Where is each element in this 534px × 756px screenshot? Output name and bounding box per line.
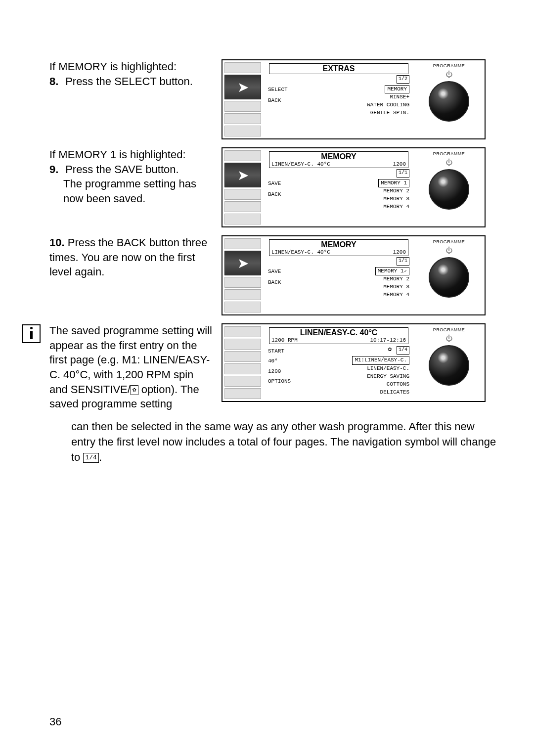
panel2-item-memory1: MEMORY 1: [378, 179, 409, 188]
sensitive-icon: ✿: [387, 345, 394, 355]
panel3-item-memory2: MEMORY 2: [299, 275, 409, 283]
power-icon: ⏻: [445, 246, 452, 254]
panel4-label-1200: 1200: [268, 366, 296, 376]
power-icon: ⏻: [445, 70, 452, 78]
step8-number: 8.: [49, 74, 62, 89]
panel1-item-gentlespin: GENTLE SPIN.: [299, 109, 409, 117]
power-icon: ⏻: [445, 158, 452, 166]
panel4-label-options: OPTIONS: [268, 376, 296, 386]
sensitive-icon: ✿: [131, 385, 138, 395]
panel2-title: MEMORY: [321, 152, 356, 161]
panel4-item-cottons: COTTONS: [299, 381, 409, 389]
panel1-item-memory: MEMORY: [385, 85, 409, 94]
programme-knob: [429, 257, 469, 298]
programme-label: PROGRAMME: [433, 63, 465, 68]
panel4-item-linen: LINEN/EASY-C.: [299, 365, 409, 373]
panel1-title: EXTRAS: [269, 63, 408, 74]
panel2-back-label: BACK: [268, 189, 296, 200]
programme-knob: [429, 345, 469, 386]
panel4-subright: 10:17-12:16: [370, 337, 406, 343]
nav-change-icon: 1/4: [83, 453, 98, 463]
panel2-subright: 1200: [393, 161, 406, 167]
panel3-subleft: LINEN/EASY-C. 40°C: [271, 249, 330, 255]
panel2-subleft: LINEN/EASY-C. 40°C: [271, 161, 330, 167]
panel2-save-label: SAVE: [268, 178, 296, 189]
arrow-icon: ➤: [237, 167, 249, 183]
panel3-item-memory1: MEMORY 1: [375, 267, 409, 276]
panel-extras: ➤ EXTRAS SELECT BACK 1/2 MEMORY: [222, 59, 486, 139]
step8-intro: If MEMORY is highlighted:: [49, 59, 213, 74]
step9-number: 9.: [49, 162, 62, 177]
panel3-item-memory3: MEMORY 3: [299, 283, 409, 291]
panel1-item-rinse: RINSE+: [299, 93, 409, 101]
nav-badge-icon: 1/1: [397, 257, 409, 266]
panel3-save-label: SAVE: [268, 266, 296, 277]
programme-label: PROGRAMME: [433, 327, 465, 332]
step10-number: 10.: [49, 235, 65, 250]
programme-label: PROGRAMME: [433, 151, 465, 156]
panel1-back-label: BACK: [268, 95, 296, 106]
step10-text: Press the BACK button three times. You a…: [49, 236, 207, 278]
page-number: 36: [49, 715, 61, 728]
panel3-back-label: BACK: [268, 277, 296, 288]
panel-first-level: LINEN/EASY-C. 40°C 1200 RPM 10:17-12:16 …: [222, 323, 486, 402]
panel4-label-start: START: [268, 346, 296, 356]
step9-intro: If MEMORY 1 is highlighted:: [49, 147, 213, 162]
nav-badge-icon: 1/4: [397, 346, 409, 355]
panel3-subright: 1200: [393, 249, 406, 255]
panel1-select-label: SELECT: [268, 84, 296, 95]
arrow-icon: ➤: [237, 255, 249, 271]
panel-left-strip: ➤: [222, 60, 263, 138]
panel2-item-memory2: MEMORY 2: [299, 187, 409, 195]
power-icon: ⏻: [445, 334, 452, 342]
programme-label: PROGRAMME: [433, 239, 465, 244]
step8-text: Press the SELECT button.: [65, 75, 193, 88]
step9-text2: The programme setting has now been saved…: [49, 177, 213, 206]
panel2-item-memory3: MEMORY 3: [299, 195, 409, 203]
info-icon: [22, 324, 41, 343]
panel1-item-watercooling: WATER COOLING: [299, 101, 409, 109]
panel2-item-memory4: MEMORY 4: [299, 203, 409, 211]
panel4-item-energy: ENERGY SAVING: [299, 373, 409, 381]
panel4-item-m1: M1:LINEN/EASY-C.: [352, 356, 409, 365]
step9-text: Press the SAVE button.: [65, 163, 179, 176]
programme-knob: [429, 81, 469, 122]
panel3-title: MEMORY: [321, 240, 356, 249]
nav-badge-icon: 1/1: [397, 169, 409, 178]
nav-badge-icon: 1/2: [397, 75, 409, 84]
info-para2: can then be selected in the same way as …: [71, 420, 496, 463]
panel-memory-saved: ➤ MEMORY LINEN/EASY-C. 40°C 1200: [222, 235, 486, 315]
panel4-subleft: 1200 RPM: [271, 337, 298, 343]
panel3-item-memory4: MEMORY 4: [299, 291, 409, 299]
info-para2-end: .: [99, 451, 102, 463]
panel4-item-delicates: DELICATES: [299, 389, 409, 397]
arrow-icon: ➤: [237, 79, 249, 95]
panel4-title: LINEN/EASY-C. 40°C: [300, 328, 378, 337]
panel-memory-save: ➤ MEMORY LINEN/EASY-C. 40°C 1200: [222, 147, 486, 227]
programme-knob: [429, 169, 469, 210]
panel4-label-40: 40°: [268, 356, 296, 366]
